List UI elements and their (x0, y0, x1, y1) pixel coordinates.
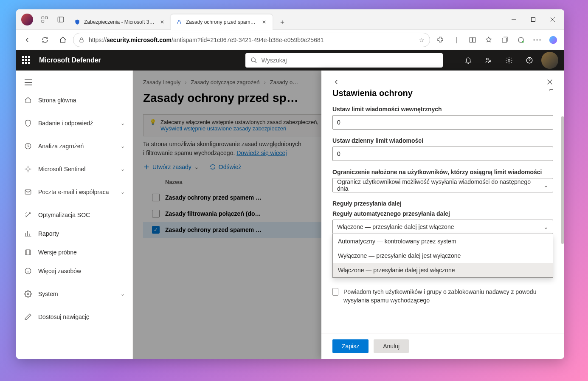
help-icon[interactable] (521, 52, 538, 69)
tab-active[interactable]: Zasady ochrony przed spamem —… ✕ (171, 14, 273, 30)
titlebar: Zabezpieczenia - Microsoft 365 —… ✕ Zasa… (16, 9, 564, 30)
window-controls (504, 9, 563, 30)
dropdown-option[interactable]: Wyłączone — przesyłanie dalej jest wyłąc… (333, 248, 553, 263)
notify-checkbox[interactable] (332, 288, 338, 296)
gear-icon[interactable] (501, 52, 518, 69)
app-launcher-icon[interactable] (22, 56, 31, 65)
app-header: Microsoft Defender (16, 50, 564, 71)
sidebar-item-system[interactable]: System⌄ (16, 285, 132, 303)
workspaces-icon[interactable] (37, 9, 53, 30)
panel-close-button[interactable] (546, 79, 553, 85)
save-button[interactable]: Zapisz (332, 339, 369, 353)
panel-back-button[interactable] (332, 78, 340, 86)
dropdown-option[interactable]: Włączone — przesyłanie dalej jest włączo… (333, 263, 553, 277)
notifications-icon[interactable] (460, 52, 477, 69)
sidebar-item-resources[interactable]: Więcej zasobów (16, 262, 132, 280)
lock-favicon (176, 19, 183, 25)
copilot-icon[interactable] (546, 32, 561, 48)
maximize-button[interactable] (523, 9, 543, 30)
address-field[interactable]: https://security.microsoft.com/antispam?… (73, 33, 430, 47)
split-icon[interactable] (465, 32, 480, 48)
pencil-icon (24, 313, 32, 321)
collections-icon[interactable] (497, 32, 512, 48)
sidebar-item-label: Poczta e-mail i współpraca (38, 189, 115, 195)
profile-avatar[interactable] (21, 14, 33, 25)
svg-point-19 (549, 36, 557, 43)
sidebar-item-home[interactable]: Strona główna (16, 91, 132, 110)
hamburger-icon[interactable] (16, 74, 132, 91)
svg-point-17 (537, 39, 538, 40)
svg-rect-7 (532, 17, 535, 21)
info-icon (24, 267, 32, 275)
field-label: Ograniczenie nałożone na użytkowników, k… (332, 169, 553, 175)
svg-line-21 (255, 61, 256, 63)
chevron-down-icon: ⌄ (121, 143, 125, 149)
field-label: Reguły automatycznego przesyłania dalej (332, 210, 553, 217)
shield-favicon (74, 19, 81, 25)
sidebar-item-label: System (38, 291, 115, 297)
community-icon[interactable] (480, 52, 497, 69)
svg-rect-12 (473, 37, 475, 42)
svg-rect-1 (45, 17, 48, 19)
restriction-dropdown[interactable]: Ogranicz użytkownikowi możliwość wysyłan… (332, 178, 553, 192)
daily-limit-input[interactable] (332, 147, 553, 161)
tab-inactive[interactable]: Zabezpieczenia - Microsoft 365 —… ✕ (69, 14, 171, 30)
minimize-button[interactable] (504, 9, 523, 30)
sidebar-toggle-icon[interactable] (53, 9, 69, 30)
sidebar-item-label: Analiza zagrożeń (38, 143, 115, 150)
sentinel-icon (24, 165, 32, 173)
favorites-icon[interactable] (481, 32, 496, 48)
threat-icon (24, 142, 32, 150)
sidebar-item-label: Więcej zasobów (38, 268, 125, 274)
new-tab-button[interactable]: ＋ (275, 15, 290, 30)
tab-title: Zabezpieczenia - Microsoft 365 —… (84, 19, 155, 25)
search-box[interactable] (245, 53, 443, 68)
internal-limit-input[interactable] (332, 115, 553, 130)
svg-point-34 (27, 293, 29, 295)
app-name: Microsoft Defender (39, 56, 101, 64)
close-icon[interactable]: ✕ (159, 19, 166, 25)
cancel-button[interactable]: Anuluj (374, 339, 409, 353)
search-icon (250, 57, 257, 64)
scrollbar[interactable] (561, 116, 564, 244)
user-avatar[interactable] (541, 52, 558, 69)
svg-rect-3 (58, 17, 64, 22)
svg-rect-11 (470, 37, 472, 42)
tab-title: Zasady ochrony przed spamem —… (186, 19, 257, 25)
sidebar-item-label: Wersje próbne (38, 249, 125, 256)
more-icon[interactable] (529, 32, 545, 48)
sidebar-item-trials[interactable]: Wersje próbne (16, 243, 132, 262)
extensions-icon[interactable] (433, 32, 448, 48)
chevron-down-icon: ⌄ (121, 166, 125, 172)
sidebar-item-sentinel[interactable]: Microsoft Sentinel⌄ (16, 160, 132, 178)
forwarding-dropdown[interactable]: Włączone — przesyłanie dalej jest włączo… (332, 220, 553, 234)
url-bar: https://security.microsoft.com/antispam?… (16, 30, 564, 50)
sidebar-item-email[interactable]: Poczta e-mail i współpraca⌄ (16, 183, 132, 201)
favorite-icon[interactable]: ☆ (419, 37, 425, 43)
reload-button[interactable] (37, 32, 53, 48)
sidebar-item-customize[interactable]: Dostosuj nawigację (16, 308, 132, 326)
close-button[interactable] (543, 9, 563, 30)
sidebar-item-soc[interactable]: Optymalizacja SOC (16, 206, 132, 224)
field-label: Ustaw limit wiadomości wewnętrznych (332, 106, 553, 113)
dropdown-option[interactable]: Automatyczny — kontrolowany przez system (333, 234, 553, 248)
sidebar-item-label: Microsoft Sentinel (38, 166, 115, 172)
sidebar-item-label: Raporty (38, 230, 125, 237)
sync-icon[interactable] (513, 32, 529, 48)
back-button[interactable] (20, 32, 35, 48)
panel-footer: Zapisz Anuluj (321, 333, 564, 359)
close-icon[interactable]: ✕ (261, 19, 267, 25)
sidebar-item-label: Optymalizacja SOC (38, 212, 125, 218)
browser-window: Zabezpieczenia - Microsoft 365 —… ✕ Zasa… (16, 9, 564, 359)
sidebar-item-investigate[interactable]: Badanie i odpowiedź⌄ (16, 114, 132, 133)
expand-icon[interactable]: ⌐ (549, 86, 553, 93)
lock-icon (79, 37, 84, 43)
sidebar-item-threat[interactable]: Analiza zagrożeń⌄ (16, 137, 132, 155)
svg-point-24 (508, 59, 510, 62)
home-button[interactable] (55, 32, 70, 48)
svg-rect-2 (42, 20, 44, 22)
search-input[interactable] (262, 57, 438, 64)
sidebar-item-reports[interactable]: Raporty (16, 224, 132, 243)
svg-rect-5 (178, 22, 181, 24)
svg-point-22 (487, 58, 489, 60)
